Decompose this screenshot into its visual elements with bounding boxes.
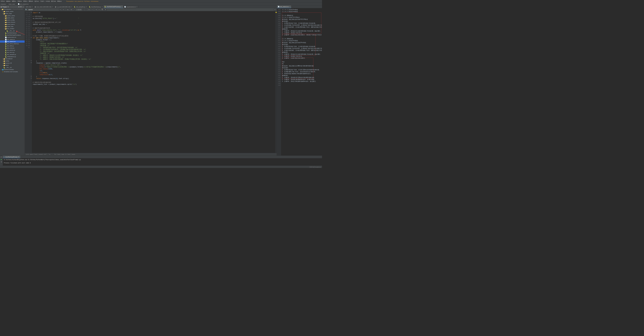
code-right[interactable]: 2.2.4.2.2支持IPv4协议 2.2.4.2.3支持IPv6协议 2.2.… bbox=[281, 8, 322, 156]
close-icon[interactable]: ✕ bbox=[18, 156, 19, 158]
close-icon[interactable]: ✕ bbox=[52, 6, 53, 7]
tree-item[interactable]: ▸📁.pytest_cache bbox=[0, 15, 25, 17]
menu-file[interactable]: 文件(F) bbox=[1, 0, 5, 2]
search-input[interactable] bbox=[28, 8, 58, 11]
filter-funnel-icon[interactable]: ▼ bbox=[104, 8, 107, 10]
tree-item[interactable]: ▸📁coding bbox=[0, 60, 25, 62]
project-panel-header[interactable]: ▮ Project ▾ ⊕ ⚙ — bbox=[0, 5, 25, 8]
menu-navigate[interactable]: 导航(N) bbox=[18, 0, 22, 2]
opt1-icon[interactable]: ≡ bbox=[98, 8, 100, 10]
rerun-icon[interactable]: ▶ bbox=[1, 159, 2, 160]
tree-item[interactable]: 🐍test_rerun.py bbox=[0, 51, 25, 53]
tree-item[interactable]: ▸📁pytest_skip bbox=[0, 25, 25, 27]
tree-item[interactable]: ▸💠External Libraries bbox=[0, 68, 25, 71]
find-bar: 🔍 ✕ ⟳ Aa W .* 3 项结果 ↑ ↓ ⧉ ⌖ ⟲ ≡ ≣ bbox=[25, 8, 277, 11]
context-path-1[interactable]: with open("test_cases1.txt", "w… bbox=[26, 153, 51, 155]
run-tab[interactable]: ● AutoTestCasePrompt ✕ bbox=[3, 156, 20, 158]
crumb-file[interactable]: 📄test_cases1.txt bbox=[18, 3, 29, 5]
editor-tab[interactable]: 📄test_cases1.txt✕ bbox=[277, 5, 292, 8]
tree-item[interactable]: 🐍AutoTestCase.py bbox=[0, 32, 25, 34]
editor-tab[interactable]: 168.1.91]✕ bbox=[25, 5, 34, 8]
crumb-folder[interactable]: base_used〉 bbox=[8, 3, 17, 5]
tree-item[interactable]: 🐍test_setup01.py bbox=[0, 53, 25, 55]
tree-label: test_cases.txt bbox=[7, 39, 15, 40]
py-icon: 🐍 bbox=[6, 30, 8, 32]
editor-tab[interactable]: 🐍AutoTestCase.py✕ bbox=[88, 5, 104, 8]
menu-edit[interactable]: 编辑(E) bbox=[6, 0, 10, 2]
hide-icon[interactable]: — bbox=[22, 6, 24, 8]
prev-match-icon[interactable]: ↑ bbox=[82, 8, 84, 10]
tree-item[interactable]: 🐍test_many.py bbox=[0, 47, 25, 49]
tree-item[interactable]: 📄requirements.txt bbox=[0, 36, 25, 38]
project-tree[interactable]: ▾📁7hourspytestD:\Python\PythonWork\7hour… bbox=[0, 8, 25, 156]
menu-window[interactable]: 窗口(W) bbox=[51, 0, 56, 2]
tree-item[interactable]: 🐍__init__.py bbox=[0, 66, 25, 68]
menu-help[interactable]: 帮助(H) bbox=[57, 0, 62, 2]
search-icon: 🔍 bbox=[26, 9, 27, 10]
tree-item[interactable]: 🗒Scratches and Consoles bbox=[0, 71, 25, 73]
breadcrumb: urspytest〉 base_used〉 📄test_cases1.txt bbox=[0, 2, 322, 5]
menu-code[interactable]: 代码(C) bbox=[23, 0, 27, 2]
editor-right-body[interactable]: 501 502 503 504 505 506 507 508 509 510 … bbox=[277, 8, 322, 156]
tree-item[interactable]: ▸📁Lesson_43 bbox=[0, 62, 25, 64]
stop-icon[interactable]: ■ bbox=[1, 161, 2, 163]
menu-view[interactable]: 视图(V) bbox=[12, 0, 16, 2]
close-icon[interactable]: ✕ bbox=[136, 6, 138, 7]
close-icon[interactable]: ✕ bbox=[121, 6, 122, 7]
tree-item[interactable]: ▸📁.pytest_cache bbox=[0, 10, 25, 12]
menu-run[interactable]: 运行(U) bbox=[34, 0, 39, 2]
close-findbar-icon[interactable]: ✕ bbox=[274, 8, 276, 10]
close-icon[interactable]: ✕ bbox=[289, 6, 290, 7]
tree-item[interactable]: ▸📁pytest_allure bbox=[0, 17, 25, 19]
editor-tab[interactable]: 🐍test_setup01.py✕ bbox=[73, 5, 88, 8]
filter-icon[interactable]: ⟲ bbox=[95, 8, 97, 10]
menu-vcs[interactable]: VCS(S) bbox=[46, 0, 50, 2]
editor-tab[interactable]: 📄requirements.txt✕ bbox=[124, 5, 138, 8]
run-output[interactable]: D:\Python\Python38\python.exe D:/Python/… bbox=[3, 158, 322, 166]
tree-item[interactable]: ▾📁7hourspytestD:\Python\PythonWork\7hour… bbox=[0, 8, 25, 10]
tree-item[interactable]: 🐍test_param.py bbox=[0, 49, 25, 51]
add-selection-icon[interactable]: ⌖ bbox=[91, 8, 93, 10]
opt2-icon[interactable]: ≣ bbox=[101, 8, 104, 10]
context-path-2[interactable]: for test_case in test_cases bbox=[54, 153, 76, 155]
tree-item[interactable]: ▸📁class202107 bbox=[0, 58, 25, 60]
tree-item[interactable]: 📄test_cases1.txt bbox=[0, 40, 25, 43]
tree-item[interactable]: 🐍test_fail2.py bbox=[0, 45, 25, 47]
minimap-left[interactable] bbox=[276, 11, 277, 153]
editor-tab[interactable]: ▦t_s_user [192.168.1.91]✕ bbox=[54, 5, 73, 8]
dropdown-icon[interactable]: ▾ bbox=[8, 6, 8, 7]
tree-item[interactable]: ▸📁pytest_fixtures bbox=[0, 21, 25, 23]
editor-tab[interactable]: 🐍AutoTestCasePrompt.py✕ bbox=[104, 5, 124, 8]
next-match-icon[interactable]: ↓ bbox=[85, 8, 87, 10]
select-all-icon[interactable]: ⧉ bbox=[88, 8, 90, 10]
close-icon[interactable]: ✕ bbox=[86, 6, 87, 7]
editor-tab[interactable]: ▦t_bs_menu [192.168.1.91]✕ bbox=[34, 5, 54, 8]
tree-item[interactable]: 🐍AutoTestCasePrompt.py bbox=[0, 34, 25, 36]
gear-icon[interactable]: ⚙ bbox=[20, 6, 22, 8]
tree-item[interactable]: 📄test_cases.txt bbox=[0, 38, 25, 40]
close-icon[interactable]: ✕ bbox=[102, 6, 103, 7]
prev-search-icon[interactable]: ⟳ bbox=[62, 8, 64, 10]
clear-search-icon[interactable]: ✕ bbox=[59, 8, 62, 10]
tree-item[interactable]: 🐍__init__.py bbox=[0, 30, 25, 32]
tree-item[interactable]: 🐍test_cema_assert.py bbox=[0, 43, 25, 45]
tree-item[interactable]: ▸📁pytest_parms bbox=[0, 23, 25, 25]
crumb-project[interactable]: urspytest〉 bbox=[1, 3, 8, 5]
regex-button[interactable]: .* bbox=[74, 8, 76, 10]
tree-item[interactable]: ▾📁base_used bbox=[0, 12, 25, 15]
editor-left-body[interactable]: 3 4 5 6 7 8 9 10 11 12 13 14 15 16 17 18… bbox=[25, 11, 277, 153]
menu-refactor[interactable]: 重构(R) bbox=[29, 0, 33, 2]
collapse-icon[interactable]: ⊕ bbox=[18, 6, 20, 8]
tree-item[interactable]: ▾📁test_conftest bbox=[0, 27, 25, 30]
close-icon[interactable]: ✕ bbox=[32, 6, 33, 7]
tree-item[interactable]: 🐍unittestdemo.py bbox=[0, 55, 25, 58]
code-left[interactable]: import os # 设置环境变量 os.environ["HTTPS_PRO… bbox=[32, 11, 276, 153]
tree-item[interactable]: ▸📁report bbox=[0, 64, 25, 66]
run-tool-label[interactable]: un: bbox=[0, 156, 3, 158]
tree-label: test_rerun.py bbox=[7, 52, 14, 53]
tree-item[interactable]: ▸📁pytest_config bbox=[0, 19, 25, 21]
whole-word-button[interactable]: W bbox=[70, 8, 72, 10]
menu-tools[interactable]: 工具(T) bbox=[40, 0, 44, 2]
close-icon[interactable]: ✕ bbox=[71, 6, 72, 7]
match-case-button[interactable]: Aa bbox=[66, 8, 69, 10]
